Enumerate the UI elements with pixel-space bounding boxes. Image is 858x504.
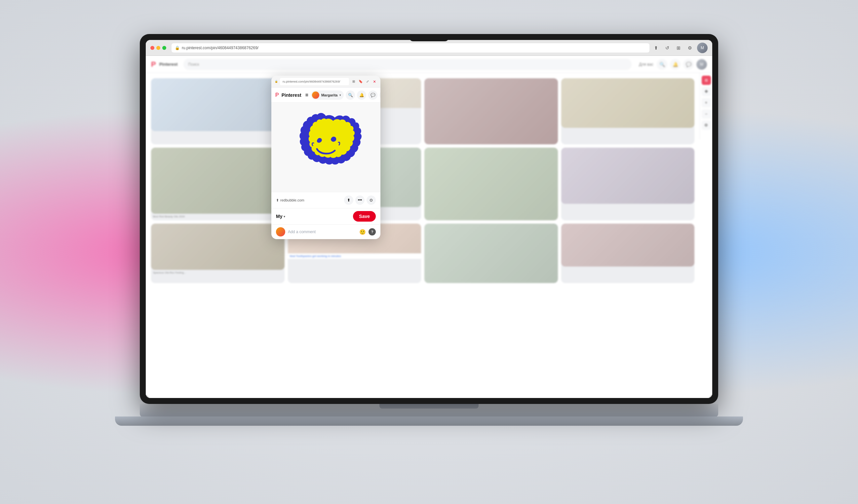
modal-pinterest-logo: P xyxy=(275,92,279,98)
modal-browser-bar: 🔒 ru.pinterest.com/pin/46084497438687626… xyxy=(271,76,380,87)
refresh-icon[interactable]: ↺ xyxy=(663,44,671,52)
notch xyxy=(409,34,449,41)
modal-lock-icon: 🔒 xyxy=(275,80,278,83)
screen: 🔒 ru.pinterest.com/pin/46084497438687626… xyxy=(146,40,712,398)
modal-bell-icon[interactable]: 🔔 xyxy=(357,91,366,100)
ellipsis-icon: ••• xyxy=(358,198,362,202)
modal-bookmark-icon[interactable]: 🔖 xyxy=(358,79,363,84)
pinterest-background: P Pinterest Для вас 🔍 🔔 💬 M xyxy=(146,56,712,398)
pin-actions-bar: ⬆ redbubble.com ⬆ ••• ⊙ xyxy=(271,192,380,208)
lens-button[interactable]: ⊙ xyxy=(367,196,376,205)
modal-profile-icon[interactable]: 👤 xyxy=(379,91,380,100)
modal-browser-controls: ⊞ 🔖 ⤢ × xyxy=(351,79,377,84)
smiley-sticker xyxy=(288,109,364,185)
user-name: Margarita xyxy=(321,93,338,97)
save-button[interactable]: Save xyxy=(353,211,376,222)
more-options-button[interactable]: ••• xyxy=(355,196,365,205)
external-link-icon: ⬆ xyxy=(276,198,279,202)
modal-pinterest-nav: P Pinterest ≡ Margarita ▾ 🔍 🔔 💬 xyxy=(271,87,380,103)
browser-controls: ⬆ ↺ ⊞ ⚙ M xyxy=(652,43,708,53)
minimize-button[interactable] xyxy=(156,46,160,50)
pin-action-icons: ⬆ ••• ⊙ xyxy=(344,196,376,205)
pin-image-area xyxy=(271,103,380,192)
chevron-down-icon: ▾ xyxy=(284,215,285,218)
share-button[interactable]: ⬆ xyxy=(344,196,353,205)
modal-url: ru.pinterest.com/pin/460844974386876269/ xyxy=(283,80,340,83)
laptop-hinge xyxy=(379,404,479,409)
tabs-icon[interactable]: ⊞ xyxy=(674,44,683,52)
laptop-bottom xyxy=(115,417,743,426)
emoji-button[interactable]: 🙂 xyxy=(359,229,366,235)
source-url: redbubble.com xyxy=(280,198,304,202)
maximize-button[interactable] xyxy=(162,46,166,50)
close-button[interactable] xyxy=(150,46,154,50)
modal-close-icon[interactable]: × xyxy=(372,79,377,84)
modal-hamburger[interactable]: ≡ xyxy=(305,92,308,98)
modal-expand-icon[interactable]: ⤢ xyxy=(365,79,370,84)
comment-row: Add a comment 🙂 ? xyxy=(271,224,380,239)
commenter-avatar xyxy=(276,227,285,237)
pin-modal: 🔒 ru.pinterest.com/pin/46084497438687626… xyxy=(271,76,380,239)
user-pill-avatar xyxy=(312,92,319,99)
lens-icon: ⊙ xyxy=(369,198,373,202)
laptop-base xyxy=(140,404,718,417)
save-row: My ▾ Save xyxy=(271,208,380,224)
browser-user-avatar[interactable]: M xyxy=(697,43,708,53)
modal-chat-icon[interactable]: 💬 xyxy=(368,91,378,100)
my-label: My xyxy=(276,214,282,219)
screen-bezel: 🔒 ru.pinterest.com/pin/46084497438687626… xyxy=(140,34,718,404)
address-bar[interactable]: 🔒 ru.pinterest.com/pin/46084497438687626… xyxy=(172,43,649,52)
pin-source[interactable]: ⬆ redbubble.com xyxy=(276,198,341,202)
my-save-dropdown[interactable]: My ▾ xyxy=(276,214,285,219)
settings-icon[interactable]: ⚙ xyxy=(686,44,694,52)
traffic-lights xyxy=(150,46,166,50)
laptop: 🔒 ru.pinterest.com/pin/46084497438687626… xyxy=(115,34,743,470)
user-pill[interactable]: Margarita ▾ xyxy=(311,91,344,100)
modal-pinterest-brand: Pinterest xyxy=(282,93,301,98)
modal-nav-icons: Margarita ▾ 🔍 🔔 💬 👤 ▾ xyxy=(311,91,380,100)
dropdown-arrow-icon: ▾ xyxy=(339,94,341,97)
comment-input[interactable]: Add a comment xyxy=(288,230,356,234)
background-blur-overlay xyxy=(146,56,712,398)
modal-search-icon[interactable]: 🔍 xyxy=(346,91,355,100)
question-mark-icon: ? xyxy=(371,230,374,234)
modal-address-bar[interactable]: ru.pinterest.com/pin/460844974386876269/ xyxy=(280,78,349,85)
address-text: ru.pinterest.com/pin/460844974386876269/ xyxy=(182,46,258,50)
share-icon: ⬆ xyxy=(347,198,350,202)
lock-icon: 🔒 xyxy=(175,46,180,50)
modal-tabs-icon[interactable]: ⊞ xyxy=(351,79,356,84)
avatar-initial: M xyxy=(701,46,704,50)
macos-browser-bar: 🔒 ru.pinterest.com/pin/46084497438687626… xyxy=(146,40,712,56)
help-button[interactable]: ? xyxy=(368,228,376,235)
share-icon[interactable]: ⬆ xyxy=(652,44,660,52)
